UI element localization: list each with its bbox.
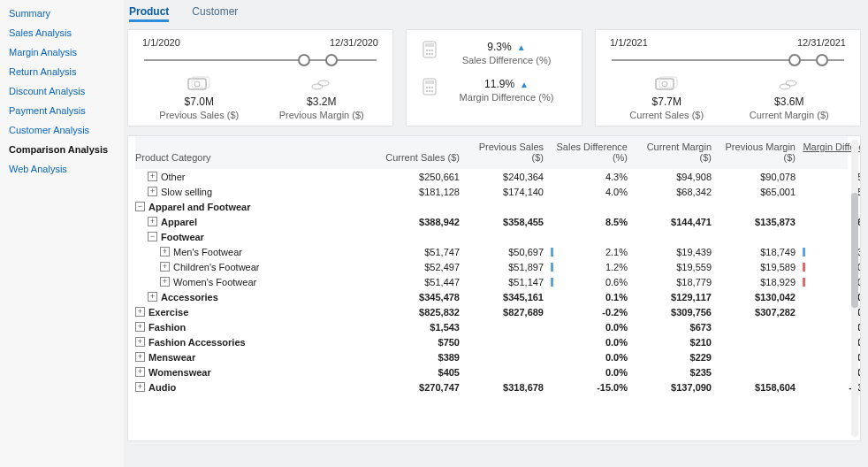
cell: $68,342 <box>635 187 719 197</box>
scrollbar-thumb[interactable] <box>851 193 858 308</box>
slider-knob[interactable] <box>298 54 310 66</box>
slider-knob[interactable] <box>816 54 828 66</box>
slider-knob[interactable] <box>325 54 338 66</box>
tab-product[interactable]: Product <box>129 4 169 22</box>
expand-icon[interactable]: + <box>135 352 145 362</box>
table-row[interactable]: +Accessories$345,478$345,1610.1%$129,117… <box>135 289 848 304</box>
row-label: Accessories <box>161 292 218 302</box>
table-row[interactable]: +Fashion$1,5430.0%$6730.0% <box>135 319 848 334</box>
prev-sales-kpi: $7.0M Previous Sales ($) <box>141 74 258 120</box>
collapse-icon[interactable]: − <box>135 202 145 211</box>
expand-icon[interactable]: + <box>135 337 145 347</box>
table-row[interactable]: +Exercise$825,832$827,689-0.2%$309,756$3… <box>135 304 848 319</box>
curr-range-slider[interactable] <box>612 48 844 73</box>
previous-period-card: 1/1/2020 12/31/2020 $7.0M Previous Sales… <box>127 29 393 126</box>
table-row[interactable]: +Womenswear$4050.0%$2350.0% <box>135 364 848 379</box>
col-header-category[interactable]: Product Category <box>135 152 383 163</box>
svg-point-16 <box>429 87 430 88</box>
coins-icon <box>731 74 849 94</box>
mini-bar <box>551 248 553 256</box>
cell: $345,478 <box>383 292 467 302</box>
cell: $130,042 <box>719 292 803 302</box>
expand-icon[interactable]: + <box>160 262 170 272</box>
prev-range-slider[interactable] <box>144 48 377 73</box>
cell: $19,559 <box>635 262 719 272</box>
cell: $240,364 <box>467 172 551 182</box>
cell: $90,078 <box>719 172 803 182</box>
row-label: Exercise <box>148 307 188 318</box>
col-header-current-sales[interactable]: Current Sales ($) <box>383 152 467 163</box>
expand-icon[interactable]: + <box>135 307 145 317</box>
col-header-previous-sales[interactable]: Previous Sales ($) <box>467 142 551 163</box>
cell: $827,689 <box>467 307 551 318</box>
cell: $158,604 <box>719 382 803 393</box>
collapse-icon[interactable]: − <box>148 232 157 241</box>
cell: $318,678 <box>467 382 551 393</box>
table-row[interactable]: +Men's Footwear$51,747$50,6972.1%$19,439… <box>135 244 848 259</box>
cell: $389 <box>383 352 467 363</box>
cell: $174,140 <box>467 187 551 197</box>
table-row[interactable]: +Audio$270,747$318,678-15.0%$137,090$158… <box>135 379 848 394</box>
calculator-icon <box>423 78 438 98</box>
table-row[interactable]: −Footwear <box>135 229 848 244</box>
expand-icon[interactable]: + <box>160 247 170 256</box>
col-header-current-margin[interactable]: Current Margin ($) <box>635 142 719 163</box>
cell: $181,128 <box>383 187 467 197</box>
cell: 0.6% <box>551 277 635 287</box>
sidebar-item-comparison-analysis[interactable]: Comparison Analysis <box>0 140 124 159</box>
prev-margin-label: Previous Margin ($) <box>263 110 381 120</box>
sidebar-item-margin-analysis[interactable]: Margin Analysis <box>0 42 124 62</box>
sidebar-item-summary[interactable]: Summary <box>0 4 124 23</box>
curr-margin-label: Current Margin ($) <box>731 110 849 120</box>
mini-bar <box>803 278 805 287</box>
main-content: ProductCustomer 1/1/2020 12/31/2020 $7.0… <box>124 0 868 467</box>
table-row[interactable]: +Women's Footwear$51,447$51,1470.6%$18,7… <box>135 274 848 289</box>
table-row[interactable]: +Fashion Accessories$7500.0%$2100.0% <box>135 334 848 349</box>
sidebar-item-sales-analysis[interactable]: Sales Analysis <box>0 23 124 42</box>
cell: $51,897 <box>467 262 551 272</box>
expand-icon[interactable]: + <box>148 172 157 181</box>
row-label: Women's Footwear <box>173 277 256 287</box>
vertical-scrollbar[interactable] <box>851 140 858 437</box>
col-header-previous-margin[interactable]: Previous Margin ($) <box>719 142 803 163</box>
expand-icon[interactable]: + <box>135 382 145 392</box>
cell: $270,747 <box>383 382 467 393</box>
sidebar-item-return-analysis[interactable]: Return Analysis <box>0 62 124 81</box>
slider-knob[interactable] <box>788 54 801 66</box>
curr-sales-kpi: $7.7M Current Sales ($) <box>608 74 726 120</box>
row-label: Slow selling <box>161 187 212 197</box>
cell: $750 <box>383 337 467 348</box>
table-row[interactable]: +Menswear$3890.0%$2290.0% <box>135 349 848 364</box>
table-row[interactable]: +Apparel$388,942$358,4558.5%$144,471$135… <box>135 214 848 229</box>
expand-icon[interactable]: + <box>148 187 157 196</box>
expand-icon[interactable]: + <box>135 322 145 332</box>
table-row[interactable]: +Slow selling$181,128$174,1404.0%$68,342… <box>135 184 848 199</box>
cell: 4.0% <box>551 187 635 197</box>
cell: 4.3% <box>551 172 635 182</box>
sidebar-item-discount-analysis[interactable]: Discount Analysis <box>0 81 124 101</box>
mini-bar <box>803 248 805 256</box>
cell: $19,589 <box>719 262 803 272</box>
table-row[interactable]: +Children's Footwear$52,497$51,8971.2%$1… <box>135 259 848 274</box>
tab-customer[interactable]: Customer <box>192 4 238 22</box>
expand-icon[interactable]: + <box>160 277 170 287</box>
table-row[interactable]: −Apparel and Footwear <box>135 199 848 214</box>
svg-point-8 <box>429 50 430 51</box>
expand-icon[interactable]: + <box>148 292 157 302</box>
prev-sales-value: $7.0M <box>141 96 258 108</box>
svg-point-20 <box>431 90 433 92</box>
prev-margin-kpi: $3.2M Previous Margin ($) <box>263 74 381 120</box>
margin-diff-value: 11.9% <box>484 78 514 90</box>
cell: $51,747 <box>383 247 467 257</box>
svg-point-25 <box>786 80 796 86</box>
col-header-sales-diff[interactable]: Sales Difference (%) <box>551 142 635 163</box>
expand-icon[interactable]: + <box>135 367 145 377</box>
margin-diff-label: Margin Difference (%) <box>447 92 566 103</box>
cell: $137,090 <box>635 382 719 393</box>
sidebar-item-web-analysis[interactable]: Web Analysis <box>0 159 124 179</box>
table-row[interactable]: +Other$250,661$240,3644.3%$94,908$90,078… <box>135 169 848 184</box>
sidebar-item-customer-analysis[interactable]: Customer Analysis <box>0 120 124 140</box>
expand-icon[interactable]: + <box>148 217 157 226</box>
sidebar-item-payment-analysis[interactable]: Payment Analysis <box>0 101 124 120</box>
row-label: Other <box>161 172 186 182</box>
